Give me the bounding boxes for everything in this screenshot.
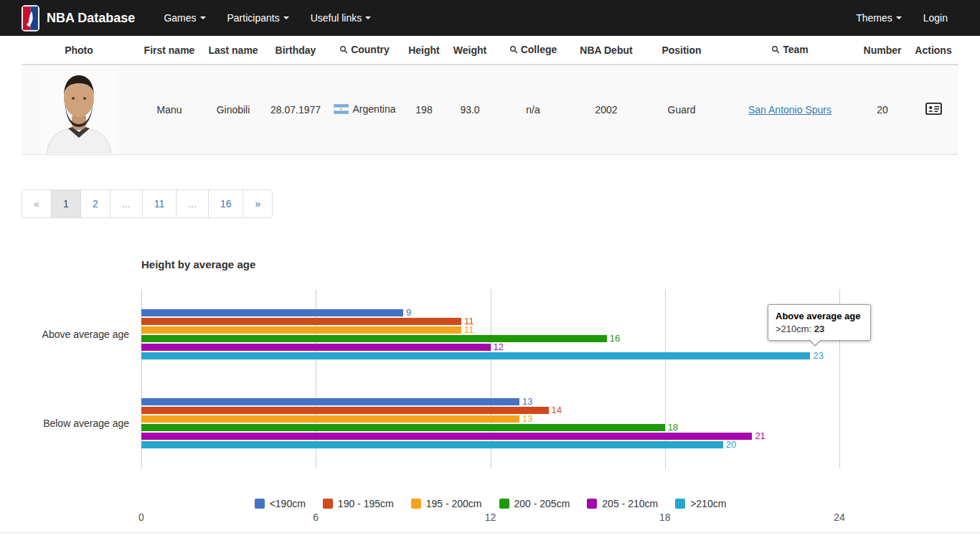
column-label: Position — [661, 44, 701, 56]
x-axis-tick-label: 18 — [659, 512, 671, 523]
nba-logo-icon — [22, 5, 39, 32]
nav-games[interactable]: Games — [153, 0, 216, 36]
pagination: « 1 2 ... 11 ... 16 » — [22, 189, 273, 218]
tooltip-value-line: >210cm: 23 — [776, 324, 863, 334]
cell-team: San Antonio Spurs — [723, 65, 857, 154]
table-row: Manu Ginobili 28.07.1977 Argentina 198 9… — [22, 65, 958, 154]
player-card-icon[interactable] — [925, 102, 942, 118]
bar-value-label: 23 — [813, 351, 823, 361]
chart-x-axis: 06121824 — [141, 512, 839, 526]
nav-themes[interactable]: Themes — [845, 0, 913, 36]
column-label: Number — [864, 44, 902, 56]
argentina-flag-icon — [334, 104, 349, 116]
column-label: Country — [351, 44, 390, 55]
page-ellipsis-label: ... — [176, 189, 209, 218]
column-header-weight[interactable]: Weight — [446, 36, 494, 65]
column-label: Weight — [453, 44, 486, 56]
column-header-number[interactable]: Number — [857, 36, 908, 65]
caret-down-icon — [365, 17, 371, 19]
column-header-country[interactable]: Country — [327, 36, 402, 65]
navbar-right: Themes Login — [845, 0, 958, 36]
cell-country: Argentina — [327, 65, 402, 154]
bar-value-label: 11 — [464, 325, 474, 335]
legend-swatch-icon — [323, 499, 333, 509]
bar-above-average-age-190cm[interactable] — [141, 309, 403, 316]
column-header-height[interactable]: Height — [402, 36, 446, 65]
column-header-position[interactable]: Position — [640, 36, 723, 65]
column-header-nba-debut[interactable]: NBA Debut — [573, 36, 640, 65]
bar-value-label: 20 — [726, 440, 736, 450]
cell-number: 20 — [857, 65, 908, 154]
legend-label: 200 - 205cm — [514, 498, 570, 509]
team-link[interactable]: San Antonio Spurs — [748, 104, 831, 116]
nav-themes-label: Themes — [856, 12, 892, 24]
x-axis-tick-label: 12 — [485, 512, 496, 523]
bar-below-average-age-200-205cm[interactable] — [141, 424, 665, 431]
column-header-college[interactable]: College — [494, 36, 573, 65]
column-label: NBA Debut — [580, 44, 632, 56]
page-1: 1 — [52, 189, 81, 218]
column-label: College — [521, 44, 557, 55]
nav-useful-links[interactable]: Useful links — [300, 0, 382, 36]
brand-link[interactable]: NBA Database — [22, 0, 135, 36]
bar-above-average-age-195-200cm[interactable] — [141, 326, 461, 334]
bar-below-average-age-190cm[interactable] — [141, 398, 519, 405]
caret-down-icon — [283, 17, 289, 19]
country-name: Argentina — [353, 103, 396, 115]
column-label: Birthday — [275, 44, 316, 56]
bar-below-average-age-190-195cm[interactable] — [141, 407, 549, 414]
column-header-first-name[interactable]: First name — [136, 36, 202, 65]
page-next: » — [243, 189, 273, 218]
bar-below-average-age-205-210cm[interactable] — [141, 433, 752, 440]
x-axis-tick-label: 6 — [313, 512, 319, 523]
page-2-link[interactable]: 2 — [80, 189, 110, 218]
nav-login-label: Login — [923, 12, 948, 24]
bar-below-average-age-210cm[interactable] — [141, 441, 723, 448]
cell-nba-debut: 2002 — [573, 65, 640, 154]
caret-down-icon — [200, 17, 206, 19]
bar-value-label: 13 — [522, 414, 532, 424]
page-11-link[interactable]: 11 — [142, 189, 177, 218]
bar-value-label: 12 — [494, 342, 504, 352]
search-icon — [771, 44, 780, 56]
navbar: NBA Database Games Participants Useful l… — [0, 0, 980, 36]
bar-below-average-age-195-200cm[interactable] — [141, 415, 519, 423]
cell-photo — [22, 65, 136, 154]
column-header-birthday[interactable]: Birthday — [264, 36, 327, 65]
column-header-photo[interactable]: Photo — [22, 36, 136, 65]
nav-participants[interactable]: Participants — [217, 0, 300, 36]
page-2: 2 — [81, 189, 110, 218]
page-16: 16 — [209, 189, 244, 218]
legend-item-195-200cm: 195 - 200cm — [411, 498, 482, 509]
tooltip-series-label: >210cm: — [776, 324, 811, 334]
column-label: First name — [144, 44, 195, 56]
bar-above-average-age-210cm[interactable] — [141, 352, 810, 359]
page-1-link[interactable]: 1 — [51, 189, 81, 218]
column-label: Height — [408, 44, 440, 56]
caret-down-icon — [896, 17, 902, 19]
column-label: Team — [783, 44, 809, 55]
bar-value-label: 13 — [522, 397, 532, 407]
y-category-label-above-average-age: Above average age — [0, 329, 129, 340]
bar-above-average-age-205-210cm[interactable] — [141, 344, 491, 351]
column-header-team[interactable]: Team — [723, 36, 857, 65]
x-axis-tick-label: 24 — [834, 512, 845, 523]
nav-useful-links-label: Useful links — [311, 12, 362, 24]
nav-login[interactable]: Login — [913, 0, 958, 36]
bar-value-label: 14 — [552, 405, 562, 415]
legend-label: 190 - 195cm — [338, 498, 394, 509]
tooltip-title: Above average age — [776, 311, 863, 321]
column-header-last-name[interactable]: Last name — [202, 36, 264, 65]
tooltip-value: 23 — [814, 324, 824, 334]
bar-above-average-age-190-195cm[interactable] — [141, 318, 461, 325]
cell-position: Guard — [640, 65, 723, 154]
bar-above-average-age-200-205cm[interactable] — [141, 335, 607, 342]
page-16-link[interactable]: 16 — [208, 189, 244, 218]
x-axis-tick-label: 0 — [138, 512, 144, 523]
page-next-link[interactable]: » — [242, 189, 273, 218]
legend-label: <190cm — [270, 498, 306, 509]
page-prev-link[interactable]: « — [22, 189, 52, 218]
search-icon — [509, 44, 518, 56]
bar-value-label: 18 — [668, 423, 678, 433]
cell-actions — [908, 65, 958, 154]
